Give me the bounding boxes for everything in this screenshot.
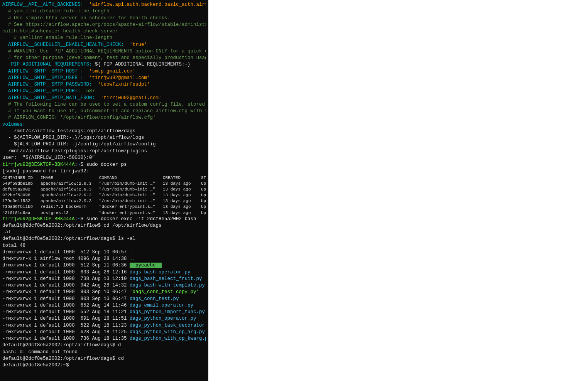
left-panel: AIRFLOW__API__AUTH_BACKENDS: 'airflow.ap… <box>0 0 208 381</box>
screen: AIRFLOW__API__AUTH_BACKENDS: 'airflow.ap… <box>0 0 588 381</box>
bottom-section: tirrjwu92@DESKTOP-BBK444A:~$ sudo docker… <box>2 162 206 379</box>
top-section: AIRFLOW__API__AUTH_BACKENDS: 'airflow.ap… <box>2 2 206 162</box>
right-panel <box>208 0 588 381</box>
terminal[interactable]: AIRFLOW__API__AUTH_BACKENDS: 'airflow.ap… <box>0 0 208 381</box>
